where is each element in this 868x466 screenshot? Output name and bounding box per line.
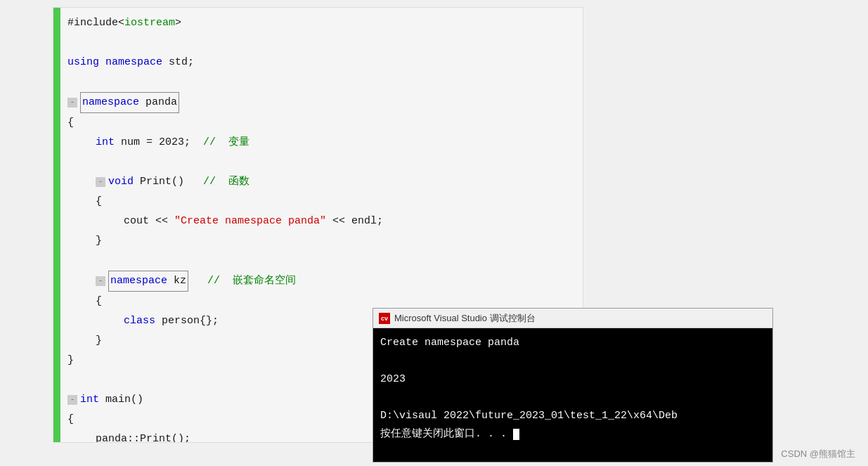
line-void-print: -void Print() // 函数 — [67, 172, 576, 192]
line-using: using namespace std; — [67, 53, 576, 72]
line-include: #include<iostream> — [67, 13, 576, 33]
collapse-print[interactable]: - — [96, 177, 105, 187]
line-ns-kz: -namespace kz // 嵌套命名空间 — [67, 271, 576, 292]
editor-gutter — [53, 8, 60, 442]
line-ns-panda: -namespace panda — [67, 92, 576, 113]
console-titlebar: cv Microsoft Visual Studio 调试控制台 — [373, 309, 772, 328]
console-line-blank2 — [380, 389, 765, 407]
line-cout-create: cout << "Create namespace panda" << endl… — [67, 212, 576, 231]
console-line-blank1 — [380, 352, 765, 370]
line-blank4 — [67, 251, 576, 271]
console-window: cv Microsoft Visual Studio 调试控制台 Create … — [373, 308, 773, 462]
console-line-1: Create namespace panda — [380, 334, 765, 352]
line-brace-open2: { — [67, 192, 576, 212]
console-line-3: D:\visaul 2022\future_2023_01\test_1_22\… — [380, 407, 765, 425]
line-int-num: int num = 2023; // 变量 — [67, 133, 576, 153]
collapse-ns-kz[interactable]: - — [96, 276, 105, 286]
line-blank2 — [67, 72, 576, 92]
vs-icon: cv — [379, 313, 390, 324]
collapse-main[interactable]: - — [67, 395, 77, 405]
watermark: CSDN @熊猫馆主 — [781, 448, 855, 460]
line-blank1 — [67, 33, 576, 53]
line-blank3 — [67, 153, 576, 172]
console-line-2: 2023 — [380, 370, 765, 389]
console-line-4: 按任意键关闭此窗口. . . — [380, 425, 765, 444]
console-title: Microsoft Visual Studio 调试控制台 — [394, 312, 536, 325]
line-brace-open1: { — [67, 113, 576, 133]
collapse-ns-panda[interactable]: - — [67, 98, 77, 108]
cursor — [513, 429, 519, 440]
console-body: Create namespace panda 2023 D:\visaul 20… — [373, 328, 772, 449]
line-brace-close2: } — [67, 231, 576, 251]
